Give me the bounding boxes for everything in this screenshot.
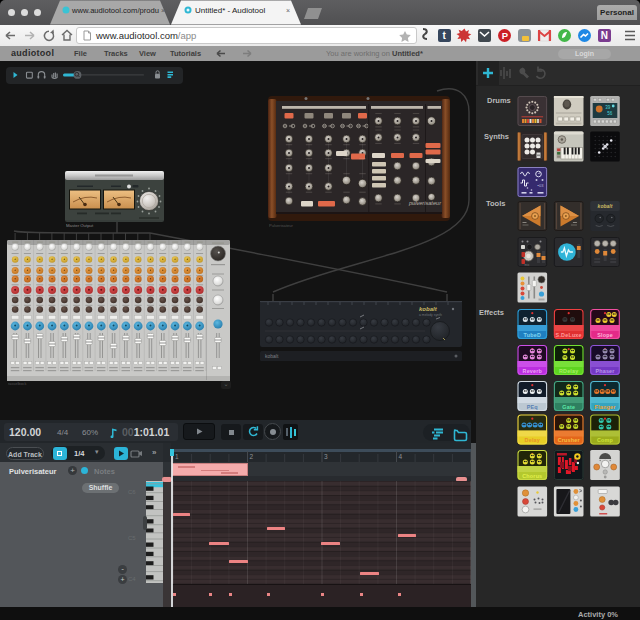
svg-text:2: 2 — [250, 453, 254, 460]
svg-text:39: 39 — [605, 105, 611, 110]
svg-text:×: × — [286, 7, 290, 14]
svg-text:4: 4 — [399, 453, 403, 460]
svg-text:Untitled* - Audiotool: Untitled* - Audiotool — [195, 6, 265, 15]
svg-text:Pulverisateur: Pulverisateur — [269, 223, 294, 228]
svg-text:N: N — [601, 30, 608, 41]
svg-text:Reverb: Reverb — [523, 368, 543, 374]
svg-text:1: 1 — [175, 453, 179, 460]
svg-text:Chorus: Chorus — [522, 473, 542, 479]
svg-text:Delay: Delay — [525, 437, 540, 443]
svg-text:56: 56 — [607, 111, 613, 116]
svg-text:TubeD: TubeD — [524, 332, 541, 338]
svg-text:Master Output: Master Output — [66, 223, 94, 228]
svg-text:a melody synth: a melody synth — [419, 313, 442, 317]
svg-text:Crusher: Crusher — [558, 437, 581, 443]
svg-text:RDelay: RDelay — [559, 368, 578, 374]
svg-text:3: 3 — [324, 453, 328, 460]
svg-text:Phaser: Phaser — [595, 368, 615, 374]
svg-text:Flanger: Flanger — [595, 404, 617, 410]
svg-text:P: P — [502, 30, 509, 41]
svg-text:kobalt: kobalt — [265, 353, 279, 359]
svg-text:www.audiotool.com/produ: www.audiotool.com/produ — [71, 6, 159, 15]
svg-text:PEq: PEq — [527, 404, 538, 410]
svg-text:Gate: Gate — [562, 404, 575, 410]
svg-text:www.audiotool.com/app: www.audiotool.com/app — [95, 30, 196, 41]
svg-text:Slope: Slope — [597, 332, 613, 338]
svg-text:kobalt: kobalt — [419, 306, 438, 312]
svg-text:pulverisateur: pulverisateur — [408, 200, 442, 206]
svg-text:S.DeLuxe: S.DeLuxe — [556, 332, 582, 338]
svg-text:Tools: Tools — [486, 199, 505, 208]
svg-text:Synths: Synths — [484, 132, 509, 141]
svg-text:Comp: Comp — [597, 437, 614, 443]
svg-text:rasselbock: rasselbock — [8, 382, 26, 386]
svg-text:▪03: ▪03 — [538, 183, 545, 188]
svg-text:Effects: Effects — [479, 308, 504, 317]
svg-text:kobalt: kobalt — [598, 203, 613, 209]
svg-text:Drums: Drums — [487, 96, 511, 105]
svg-text:mix: mix — [525, 263, 530, 267]
svg-text:×: × — [161, 7, 165, 14]
